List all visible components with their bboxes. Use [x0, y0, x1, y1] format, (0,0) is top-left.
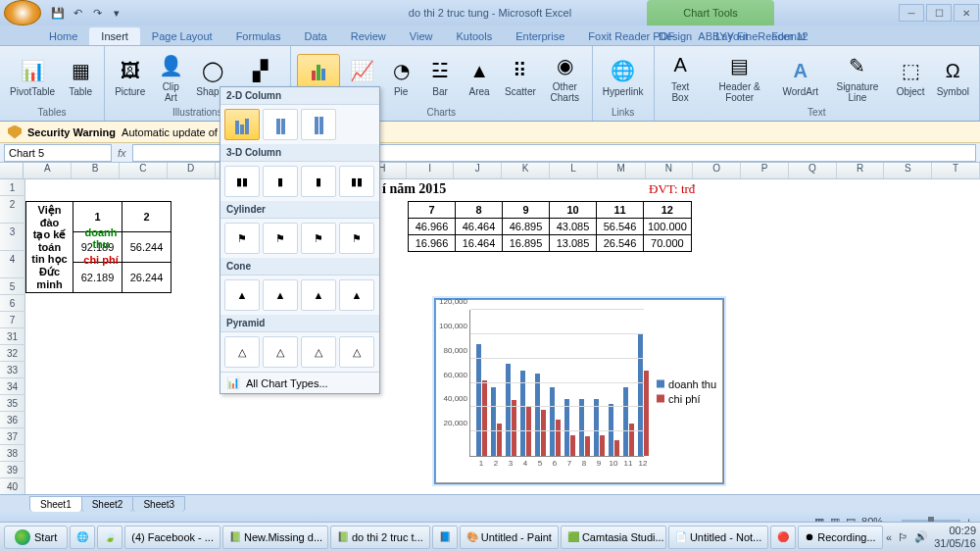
taskbar-chrome[interactable]: 🌐 — [70, 526, 95, 549]
bar-chi phí-8[interactable] — [585, 436, 590, 456]
bar-doanh thu-5[interactable] — [535, 374, 540, 456]
row-32[interactable]: 32 — [0, 345, 25, 362]
bar-chi phí-10[interactable] — [614, 440, 619, 456]
restore-button[interactable]: ☐ — [926, 4, 952, 22]
system-tray[interactable]: « 🏳 🔊 00:29 31/05/16 — [886, 525, 976, 548]
bar-chi phí-2[interactable] — [497, 424, 502, 456]
pie-chart-button[interactable]: ◔Pie — [383, 55, 418, 99]
row-39[interactable]: 39 — [0, 462, 25, 478]
bar-chi phí-3[interactable] — [512, 400, 516, 456]
bar-doanh thu-6[interactable] — [550, 387, 555, 456]
taskbar-facebook[interactable]: (4) Facebook - ... — [124, 526, 220, 549]
col-S[interactable]: S — [884, 163, 932, 178]
wordart-button[interactable]: AWordArt — [779, 55, 823, 99]
bar-chi phí-9[interactable] — [600, 435, 605, 456]
stacked-column-3d[interactable]: ▮ — [263, 166, 298, 197]
object-button[interactable]: ⬚Object — [893, 55, 929, 99]
all-chart-types[interactable]: 📊 All Chart Types... — [220, 372, 379, 393]
fx-icon[interactable]: fx — [118, 147, 126, 159]
taskbar-coccoc[interactable]: 🍃 — [97, 526, 122, 549]
bar-chi phí-4[interactable] — [526, 407, 531, 456]
chart-legend[interactable]: doanh thu chi phí — [657, 376, 716, 408]
spreadsheet-grid[interactable]: A B C D E F G H I J K L M N O P Q R S T … — [0, 163, 980, 494]
bar-chi phí-12[interactable] — [644, 371, 649, 456]
taskbar-word[interactable]: 📘 — [432, 526, 458, 549]
bar-doanh thu-9[interactable] — [594, 399, 599, 456]
tab-home[interactable]: Home — [37, 27, 89, 45]
cylinder-3d[interactable]: ⚑ — [339, 223, 374, 254]
row-2[interactable]: 2 — [0, 196, 25, 224]
sheet-tab-3[interactable]: Sheet3 — [132, 496, 185, 512]
sheet-tab-1[interactable]: Sheet1 — [29, 496, 82, 512]
tray-volume-icon[interactable]: 🔊 — [914, 530, 928, 543]
taskbar-paint[interactable]: 🎨Untitled - Paint — [460, 526, 559, 549]
row-4[interactable]: 4 — [0, 251, 25, 278]
save-icon[interactable]: 💾 — [49, 4, 67, 22]
redo-icon[interactable]: ↷ — [88, 4, 106, 22]
col-B[interactable]: B — [72, 163, 120, 178]
clustered-column-2d[interactable] — [224, 109, 260, 140]
col-L[interactable]: L — [550, 163, 598, 178]
tray-flag-icon[interactable]: 🏳 — [898, 531, 908, 543]
clustered-cylinder[interactable]: ⚑ — [224, 223, 260, 254]
clustered-pyramid[interactable]: △ — [224, 336, 260, 368]
pyramid-3d[interactable]: △ — [339, 336, 374, 368]
clipart-button[interactable]: 👤Clip Art — [153, 50, 188, 105]
stacked100-cylinder[interactable]: ⚑ — [301, 223, 336, 254]
stacked-column-2d[interactable] — [263, 109, 298, 140]
tab-format[interactable]: Format — [760, 27, 817, 45]
hyperlink-button[interactable]: 🌐Hyperlink — [599, 55, 648, 99]
bar-doanh thu-8[interactable] — [579, 399, 584, 456]
col-J[interactable]: J — [454, 163, 502, 178]
undo-icon[interactable]: ↶ — [69, 4, 86, 22]
col-D[interactable]: D — [168, 163, 216, 178]
taskbar-excel1[interactable]: 📗New.Missing d... — [222, 526, 328, 549]
stacked-cone[interactable]: ▲ — [263, 279, 298, 311]
col-N[interactable]: N — [646, 163, 694, 178]
sheet-tab-2[interactable]: Sheet2 — [81, 496, 134, 512]
name-box[interactable]: Chart 5 — [4, 144, 112, 162]
headerfooter-button[interactable]: ▤Header & Footer — [705, 50, 775, 105]
scatter-chart-button[interactable]: ⠿Scatter — [501, 55, 540, 99]
row-5[interactable]: 5 — [0, 278, 25, 295]
symbol-button[interactable]: ΩSymbol — [933, 55, 973, 99]
taskbar-app[interactable]: 🔴 — [770, 526, 796, 549]
col-T[interactable]: T — [932, 163, 980, 178]
taskbar-camtasia[interactable]: 🟩Camtasia Studi... — [561, 526, 666, 549]
taskbar-recording[interactable]: ⏺Recording... — [798, 526, 882, 549]
bar-chart-button[interactable]: ☳Bar — [422, 55, 458, 99]
row-6[interactable]: 6 — [0, 295, 25, 312]
bar-chi phí-1[interactable] — [482, 380, 487, 456]
tab-kutools[interactable]: Kutools — [444, 27, 504, 45]
col-C[interactable]: C — [120, 163, 168, 178]
row-36[interactable]: 36 — [0, 412, 25, 428]
row-33[interactable]: 33 — [0, 362, 25, 378]
area-chart-button[interactable]: ▲Area — [462, 55, 497, 99]
row-38[interactable]: 38 — [0, 445, 25, 462]
tab-enterprise[interactable]: Enterprise — [504, 27, 576, 45]
bar-doanh thu-12[interactable] — [638, 334, 643, 456]
tab-insert[interactable]: Insert — [89, 27, 140, 45]
cone-3d[interactable]: ▲ — [339, 279, 374, 311]
column-3d[interactable]: ▮▮ — [339, 166, 374, 197]
row-31[interactable]: 31 — [0, 328, 25, 345]
row-37[interactable]: 37 — [0, 428, 25, 445]
tab-layout[interactable]: Layout — [704, 27, 760, 45]
tab-data[interactable]: Data — [292, 27, 338, 45]
close-button[interactable]: ✕ — [954, 4, 979, 22]
stacked-cylinder[interactable]: ⚑ — [263, 223, 298, 254]
office-button[interactable] — [4, 0, 41, 25]
tab-view[interactable]: View — [398, 27, 445, 45]
tray-expand-icon[interactable]: « — [886, 531, 892, 543]
bar-doanh thu-7[interactable] — [564, 399, 569, 456]
other-charts-button[interactable]: ◉Other Charts — [544, 50, 586, 105]
bar-chi phí-11[interactable] — [629, 424, 634, 456]
row-34[interactable]: 34 — [0, 378, 25, 395]
bar-doanh thu-2[interactable] — [491, 387, 496, 456]
stacked100-pyramid[interactable]: △ — [301, 336, 336, 368]
tab-review[interactable]: Review — [339, 27, 398, 45]
col-K[interactable]: K — [502, 163, 550, 178]
bar-chi phí-5[interactable] — [541, 410, 546, 456]
picture-button[interactable]: 🖼Picture — [111, 55, 149, 99]
sigline-button[interactable]: ✎Signature Line — [826, 50, 889, 105]
